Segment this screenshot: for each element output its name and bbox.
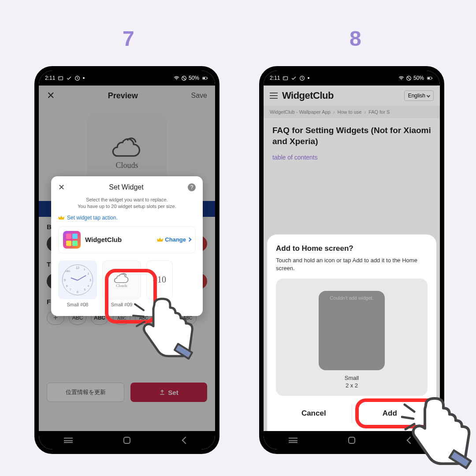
step-number-7: 7 — [123, 26, 134, 51]
close-icon[interactable]: ✕ — [58, 182, 65, 192]
widget-error-text: Couldn't add widget. — [330, 295, 373, 301]
check-icon — [291, 75, 297, 81]
widget-size-label: Small 2 x 2 — [285, 375, 419, 390]
app-name: WidgetClub — [85, 236, 122, 243]
battery-percent: 50% — [413, 75, 424, 81]
svg-point-1 — [60, 77, 60, 78]
widget-slot-10[interactable]: #10 — [146, 260, 173, 307]
svg-rect-6 — [203, 77, 205, 78]
widget-slot-09[interactable]: Clouds Small #09 — [102, 260, 141, 307]
cloud-icon — [114, 272, 130, 283]
clock-status-icon — [299, 75, 305, 81]
status-time: 2:11 — [45, 75, 55, 81]
slot-number: #10 — [153, 275, 166, 285]
home-button[interactable] — [120, 436, 134, 444]
dialog-title: Set Widget — [109, 183, 143, 191]
svg-rect-0 — [59, 76, 63, 80]
phone-notch — [349, 71, 354, 77]
svg-rect-18 — [432, 78, 432, 78]
change-button[interactable]: Change — [157, 236, 191, 243]
status-dot — [83, 77, 85, 79]
status-time: 2:11 — [270, 75, 280, 81]
nav-bar — [39, 431, 215, 450]
tap-action-link[interactable]: Set widget tap action. — [58, 215, 196, 221]
help-icon[interactable]: ? — [188, 183, 196, 191]
battery-percent: 50% — [189, 75, 199, 81]
phone-mockup-right: 2:11 50% WidgetClub English — [259, 66, 444, 454]
image-icon — [58, 75, 63, 81]
sheet-title: Add to Home screen? — [276, 244, 428, 253]
sheet-subtitle: Touch and hold an icon or tap Add to add… — [276, 257, 428, 272]
svg-rect-7 — [207, 78, 208, 78]
widget-preview-area: Couldn't add widget. Small 2 x 2 — [276, 279, 428, 396]
widget-preview-placeholder[interactable]: Couldn't add widget. — [319, 291, 385, 370]
widget-slots-row: 12 6 9 3 11 1 2 10 4 5 7 8 — [58, 260, 196, 307]
recent-apps-button[interactable] — [286, 436, 300, 444]
wifi-icon — [174, 75, 179, 81]
phone-notch — [124, 71, 130, 77]
sheet-button-row: Cancel Add — [276, 404, 428, 423]
svg-rect-17 — [428, 77, 430, 78]
crown-icon — [58, 215, 64, 220]
phone-mockup-left: 2:11 50% ✕ Preview Save Clouds — [34, 66, 219, 454]
svg-point-12 — [284, 77, 285, 78]
clock-icon: 12 6 9 3 11 1 2 10 4 5 7 8 — [62, 264, 93, 295]
crown-icon — [157, 237, 163, 242]
clock-status-icon — [74, 75, 80, 81]
home-button[interactable] — [345, 436, 358, 444]
slot-label: Small #08 — [58, 302, 97, 307]
app-selector-row: WidgetClub Change — [58, 226, 196, 253]
svg-point-14 — [401, 79, 402, 80]
slot-weather-label: Clouds — [116, 283, 127, 288]
svg-point-3 — [176, 79, 177, 80]
no-signal-icon — [406, 75, 412, 81]
back-button[interactable] — [404, 436, 417, 444]
step-number-8: 8 — [350, 26, 361, 51]
set-widget-dialog: ✕ Set Widget ? Select the widget you wan… — [51, 176, 203, 316]
no-signal-icon — [181, 75, 187, 81]
chevron-right-icon — [187, 238, 192, 242]
image-icon — [283, 75, 288, 81]
slot-label: Small #09 — [102, 302, 141, 307]
recent-apps-button[interactable] — [62, 436, 75, 444]
back-button[interactable] — [179, 436, 192, 444]
dialog-subtitle: Select the widget you want to replace. Y… — [58, 197, 196, 210]
widgetclub-app-icon — [63, 231, 81, 249]
status-dot — [308, 77, 309, 79]
battery-icon — [426, 75, 434, 81]
svg-rect-11 — [283, 76, 288, 80]
nav-bar — [264, 431, 440, 450]
check-icon — [66, 75, 72, 81]
add-button[interactable]: Add — [352, 404, 428, 423]
cancel-button[interactable]: Cancel — [276, 404, 352, 423]
battery-icon — [201, 75, 209, 81]
widget-slot-08[interactable]: 12 6 9 3 11 1 2 10 4 5 7 8 — [58, 260, 97, 307]
add-to-home-sheet: Add to Home screen? Touch and hold an ic… — [267, 234, 436, 431]
wifi-icon — [398, 75, 404, 81]
